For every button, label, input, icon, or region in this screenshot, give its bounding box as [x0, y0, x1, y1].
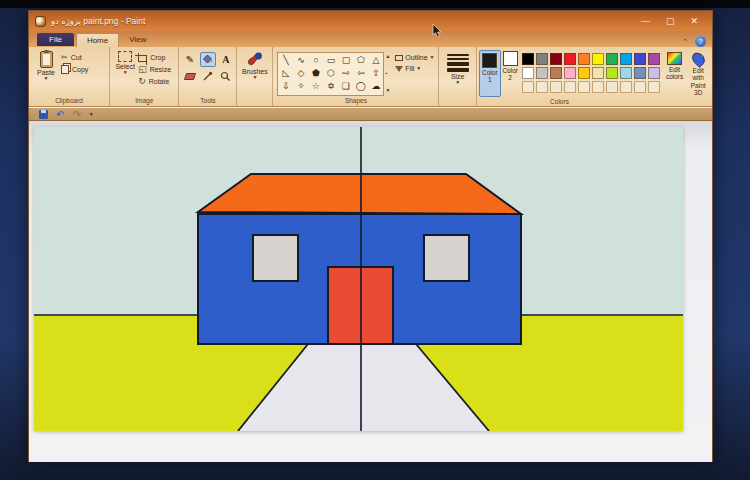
- shape-option-1[interactable]: ∿: [293, 53, 308, 66]
- shape-option-7[interactable]: ◺: [278, 66, 293, 79]
- resize-button[interactable]: ◱ Resize: [138, 64, 171, 74]
- palette-color-7[interactable]: [620, 53, 632, 65]
- color2-button[interactable]: Color 2: [501, 50, 520, 97]
- palette-empty-slot-7[interactable]: [620, 81, 632, 93]
- shapes-scroll-up-icon[interactable]: ▲: [385, 53, 390, 59]
- shape-option-4[interactable]: ▢: [338, 53, 353, 66]
- palette-color-12[interactable]: [550, 67, 562, 79]
- palette-color-10[interactable]: [522, 67, 534, 79]
- shape-option-3[interactable]: ▭: [323, 53, 338, 66]
- shape-option-9[interactable]: ⬟: [308, 66, 323, 79]
- palette-color-0[interactable]: [522, 53, 534, 65]
- rotate-icon: ↻: [138, 77, 146, 85]
- palette-empty-slot-3[interactable]: [564, 81, 576, 93]
- shapes-scroll-mid-icon[interactable]: ▪: [385, 70, 390, 76]
- paint-window: پروژه دو paint.png - Paint — ▢ ✕ File Ho…: [28, 10, 713, 462]
- fill-bucket-tool[interactable]: [200, 52, 216, 67]
- palette-empty-slot-8[interactable]: [634, 81, 646, 93]
- titlebar[interactable]: پروژه دو paint.png - Paint — ▢ ✕: [29, 11, 712, 31]
- shapes-scroll-down-icon[interactable]: ▼: [385, 87, 390, 93]
- shape-option-20[interactable]: ☁: [368, 79, 383, 92]
- shape-option-5[interactable]: ⬠: [353, 53, 368, 66]
- minimize-button[interactable]: —: [641, 17, 650, 26]
- shape-option-19[interactable]: ◯: [353, 79, 368, 92]
- maximize-button[interactable]: ▢: [666, 17, 675, 26]
- tab-home[interactable]: Home: [76, 33, 119, 47]
- cut-button[interactable]: ✂ Cut: [61, 52, 88, 62]
- size-button[interactable]: Size ▼: [443, 50, 473, 96]
- palette-empty-slot-5[interactable]: [592, 81, 604, 93]
- shape-option-6[interactable]: △: [368, 53, 383, 66]
- magnifier-tool[interactable]: [218, 69, 234, 84]
- palette-color-11[interactable]: [536, 67, 548, 79]
- palette-color-9[interactable]: [648, 53, 660, 65]
- dropper-icon: [202, 71, 213, 82]
- palette-color-14[interactable]: [578, 67, 590, 79]
- tab-file[interactable]: File: [37, 33, 74, 46]
- paint-canvas[interactable]: [34, 127, 683, 431]
- palette-color-4[interactable]: [578, 53, 590, 65]
- save-button[interactable]: [39, 110, 48, 119]
- close-button[interactable]: ✕: [690, 17, 698, 26]
- brushes-caret-icon: ▼: [252, 76, 257, 79]
- select-icon: [118, 51, 132, 62]
- shapes-scrollbar[interactable]: ▲ ▪ ▼: [384, 50, 391, 96]
- palette-empty-slot-6[interactable]: [606, 81, 618, 93]
- text-tool[interactable]: A: [218, 52, 234, 67]
- brushes-button[interactable]: Brushes ▼: [239, 50, 270, 96]
- edit-colors-button[interactable]: Edit colors: [663, 50, 687, 97]
- palette-color-18[interactable]: [634, 67, 646, 79]
- shape-option-13[interactable]: ⇧: [368, 66, 383, 79]
- palette-empty-slot-4[interactable]: [578, 81, 590, 93]
- rotate-button[interactable]: ↻ Rotate: [138, 76, 171, 86]
- shape-option-0[interactable]: ╲: [278, 53, 293, 66]
- palette-color-13[interactable]: [564, 67, 576, 79]
- tab-view[interactable]: View: [119, 33, 156, 47]
- group-size: Size ▼: [439, 47, 477, 106]
- palette-color-17[interactable]: [620, 67, 632, 79]
- color1-button[interactable]: Color 1: [479, 50, 501, 97]
- group-clipboard: Paste ▼ ✂ Cut Copy Clipboard: [29, 47, 110, 106]
- collapse-ribbon-icon[interactable]: ⌃: [682, 38, 688, 46]
- outline-dropdown[interactable]: Outline ▼: [395, 54, 434, 61]
- palette-color-15[interactable]: [592, 67, 604, 79]
- fill-dropdown[interactable]: Fill ▼: [395, 65, 434, 72]
- shape-option-16[interactable]: ☆: [308, 79, 323, 92]
- palette-empty-slot-0[interactable]: [522, 81, 534, 93]
- palette-color-5[interactable]: [592, 53, 604, 65]
- palette-empty-slot-1[interactable]: [536, 81, 548, 93]
- eraser-tool[interactable]: [182, 69, 198, 84]
- help-icon[interactable]: ?: [695, 36, 706, 47]
- shape-option-18[interactable]: ❏: [338, 79, 353, 92]
- palette-color-3[interactable]: [564, 53, 576, 65]
- shape-option-15[interactable]: ✧: [293, 79, 308, 92]
- shape-option-11[interactable]: ⇨: [338, 66, 353, 79]
- shape-option-10[interactable]: ⬡: [323, 66, 338, 79]
- paste-button[interactable]: Paste ▼: [31, 50, 61, 96]
- color-picker-tool[interactable]: [200, 69, 216, 84]
- shapes-grid: ╲∿○▭▢⬠△◺◇⬟⬡⇨⇦⇧⇩✧☆✡❏◯☁: [277, 52, 384, 96]
- shape-option-12[interactable]: ⇦: [353, 66, 368, 79]
- palette-color-6[interactable]: [606, 53, 618, 65]
- pencil-tool[interactable]: ✎: [182, 52, 198, 67]
- group-brushes: Brushes ▼: [237, 47, 273, 106]
- palette-color-16[interactable]: [606, 67, 618, 79]
- palette-empty-slot-2[interactable]: [550, 81, 562, 93]
- palette-empty-slot-9[interactable]: [648, 81, 660, 93]
- palette-color-8[interactable]: [634, 53, 646, 65]
- colors-group-label: Colors: [477, 97, 712, 107]
- palette-color-19[interactable]: [648, 67, 660, 79]
- palette-color-2[interactable]: [550, 53, 562, 65]
- qat-caret-icon[interactable]: ▼: [89, 111, 94, 117]
- crop-button[interactable]: Crop: [138, 52, 171, 62]
- copy-button[interactable]: Copy: [61, 64, 88, 74]
- redo-button[interactable]: ↷: [72, 110, 80, 119]
- shape-option-14[interactable]: ⇩: [278, 79, 293, 92]
- shape-option-2[interactable]: ○: [308, 53, 323, 66]
- shape-option-8[interactable]: ◇: [293, 66, 308, 79]
- palette-color-1[interactable]: [536, 53, 548, 65]
- undo-button[interactable]: ↶: [56, 110, 64, 119]
- edit-with-paint3d-button[interactable]: Edit with Paint 3D: [686, 50, 710, 97]
- shape-option-17[interactable]: ✡: [323, 79, 338, 92]
- paint3d-icon: [689, 50, 707, 68]
